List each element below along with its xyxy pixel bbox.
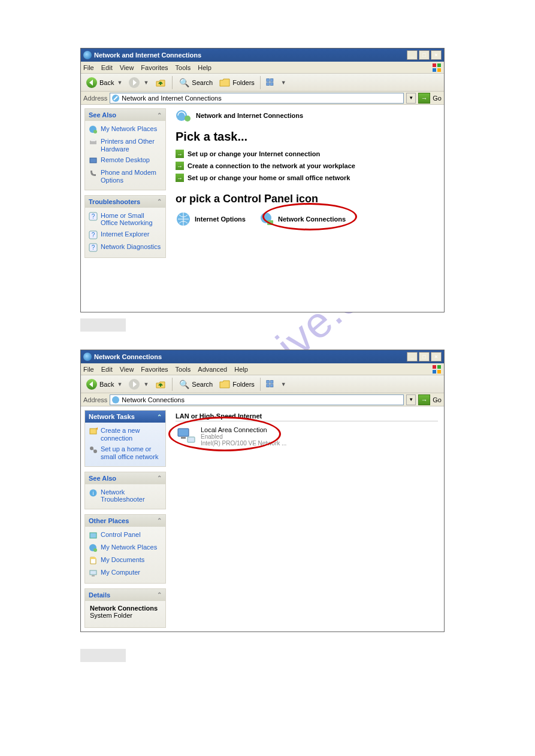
maximize-button[interactable]: □: [419, 352, 430, 362]
figure-caption-placeholder: [80, 649, 126, 662]
or-pick-heading: or pick a Control Panel icon: [176, 193, 438, 205]
separator: [172, 378, 173, 391]
cp-network-connections[interactable]: Network Connections: [259, 211, 346, 227]
windows-flag-icon: [432, 63, 442, 72]
back-button[interactable]: Back ▼: [83, 377, 125, 391]
search-button[interactable]: 🔍 Search: [176, 75, 215, 90]
sidebar-item-control-panel[interactable]: Control Panel: [87, 529, 163, 542]
sidebar-item-network-troubleshooter[interactable]: iNetwork Troubleshooter: [87, 487, 163, 505]
internet-options-icon: [176, 211, 191, 227]
menu-edit[interactable]: Edit: [101, 64, 113, 71]
folders-icon: [219, 77, 231, 89]
forward-button[interactable]: ▼: [126, 377, 151, 391]
menu-edit[interactable]: Edit: [101, 366, 113, 373]
menu-view[interactable]: View: [120, 366, 134, 373]
sidebar-item-my-documents[interactable]: My Documents: [87, 554, 163, 567]
collapse-icon[interactable]: ⌃: [157, 198, 162, 205]
folders-button[interactable]: Folders: [216, 377, 257, 391]
svg-rect-51: [181, 437, 186, 439]
address-dropdown-icon[interactable]: ▼: [406, 93, 416, 104]
menu-file[interactable]: File: [83, 366, 94, 373]
sidebar-item-create-connection[interactable]: ✶Create a new connection: [87, 425, 163, 444]
views-icon: [266, 378, 278, 390]
connection-local-area[interactable]: Local Area Connection Enabled Intel(R) P…: [176, 426, 438, 447]
chevron-down-icon[interactable]: ▼: [143, 80, 149, 86]
panel-header[interactable]: Details⌃: [85, 589, 165, 601]
window-network-connections: Network Connections _ □ × File Edit View…: [80, 350, 445, 632]
close-button[interactable]: ×: [431, 352, 442, 362]
sidebar: Network Tasks⌃ ✶Create a new connection …: [81, 406, 170, 631]
sidebar-item-my-network-places[interactable]: My Network Places: [87, 542, 163, 554]
panel-header[interactable]: Network Tasks⌃: [85, 411, 165, 423]
sidebar-item-printers[interactable]: Printers and Other Hardware: [87, 136, 163, 154]
menu-view[interactable]: View: [120, 64, 134, 71]
task-setup-internet[interactable]: →Set up or change your Internet connecti…: [176, 150, 438, 158]
search-button[interactable]: 🔍 Search: [176, 377, 215, 391]
network-places-icon: [89, 125, 98, 134]
remote-desktop-icon: [89, 156, 98, 165]
collapse-icon[interactable]: ⌃: [157, 414, 162, 420]
menu-tools[interactable]: Tools: [176, 64, 191, 71]
minimize-button[interactable]: _: [407, 50, 418, 60]
menu-favorites[interactable]: Favorites: [141, 366, 168, 373]
collapse-icon[interactable]: ⌃: [157, 517, 162, 524]
collapse-icon[interactable]: ⌃: [157, 591, 162, 598]
menu-favorites[interactable]: Favorites: [141, 64, 168, 71]
titlebar[interactable]: Network and Internet Connections _ □ ×: [81, 48, 444, 62]
chevron-down-icon[interactable]: ▼: [117, 80, 122, 86]
folders-button[interactable]: Folders: [216, 75, 257, 90]
sidebar-item-remote-desktop[interactable]: Remote Desktop: [87, 154, 163, 167]
chevron-down-icon[interactable]: ▼: [281, 80, 286, 86]
chevron-down-icon[interactable]: ▼: [143, 381, 149, 387]
phone-icon: [89, 169, 98, 178]
panel-troubleshooters: Troubleshooters⌃ ?Home or Small Office N…: [84, 195, 166, 258]
views-button[interactable]: ▼: [264, 75, 289, 90]
views-button[interactable]: ▼: [264, 377, 289, 391]
sidebar-item-ie-ts[interactable]: ?Internet Explorer: [87, 229, 163, 241]
menu-file[interactable]: File: [83, 64, 94, 71]
panel-header[interactable]: See Also⌃: [85, 472, 165, 484]
menu-help[interactable]: Help: [234, 366, 248, 373]
titlebar[interactable]: Network Connections _ □ ×: [81, 350, 444, 363]
cp-internet-options[interactable]: Internet Options: [176, 211, 246, 227]
maximize-button[interactable]: □: [419, 50, 430, 60]
back-button[interactable]: Back ▼: [83, 75, 125, 90]
up-button[interactable]: [152, 377, 169, 391]
arrow-icon: →: [176, 150, 184, 158]
folders-icon: [219, 378, 231, 390]
panel-header[interactable]: Other Places⌃: [85, 515, 165, 527]
task-setup-home-network[interactable]: →Set up or change your home or small off…: [176, 174, 438, 182]
menu-advanced[interactable]: Advanced: [198, 366, 227, 373]
panel-header[interactable]: Troubleshooters⌃: [85, 196, 165, 208]
task-create-workplace-connection[interactable]: →Create a connection to the network at y…: [176, 162, 438, 170]
go-button[interactable]: →: [418, 394, 430, 405]
go-button[interactable]: →: [418, 93, 430, 104]
sidebar-item-setup-network[interactable]: Set up a home or small office network: [87, 444, 163, 462]
address-input[interactable]: Network and Internet Connections: [110, 93, 404, 104]
sidebar-item-my-computer[interactable]: My Computer: [87, 567, 163, 579]
address-dropdown-icon[interactable]: ▼: [406, 394, 416, 405]
menu-tools[interactable]: Tools: [176, 366, 191, 373]
search-icon: 🔍: [178, 378, 190, 390]
svg-text:i: i: [93, 490, 94, 496]
svg-rect-29: [433, 370, 436, 374]
address-input[interactable]: Network Connections: [110, 394, 404, 405]
minimize-button[interactable]: _: [407, 352, 418, 362]
sidebar-item-home-network-ts[interactable]: ?Home or Small Office Networking: [87, 210, 163, 229]
chevron-down-icon[interactable]: ▼: [281, 381, 286, 387]
sidebar-item-my-network-places[interactable]: My Network Places: [87, 123, 163, 136]
collapse-icon[interactable]: ⌃: [157, 112, 162, 119]
chevron-down-icon[interactable]: ▼: [117, 381, 122, 387]
svg-rect-14: [91, 139, 95, 141]
svg-rect-26: [267, 220, 273, 225]
addressbar: Address Network and Internet Connections…: [81, 92, 444, 105]
up-button[interactable]: [152, 75, 169, 90]
sidebar-item-net-diag-ts[interactable]: ?Network Diagnostics: [87, 241, 163, 254]
collapse-icon[interactable]: ⌃: [157, 475, 162, 481]
close-button[interactable]: ×: [431, 50, 442, 60]
arrow-icon: →: [176, 162, 184, 170]
menu-help[interactable]: Help: [198, 64, 211, 71]
panel-header[interactable]: See Also⌃: [85, 109, 165, 121]
sidebar-item-phone-modem[interactable]: Phone and Modem Options: [87, 167, 163, 186]
forward-button[interactable]: ▼: [126, 75, 151, 90]
